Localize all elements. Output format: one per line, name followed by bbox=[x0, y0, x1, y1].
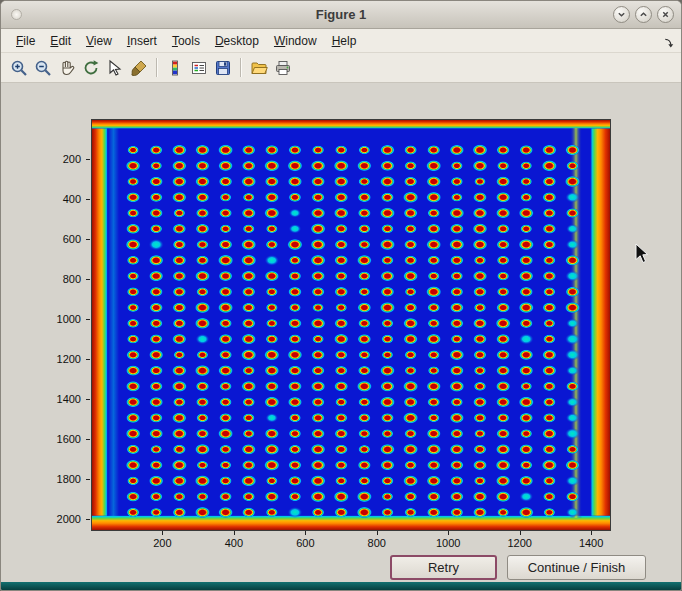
save-icon bbox=[214, 59, 232, 77]
x-tick-mark bbox=[234, 531, 235, 535]
menu-help[interactable]: Help bbox=[325, 31, 364, 51]
insert-colorbar-icon bbox=[166, 59, 184, 77]
y-tick-label: 2000 bbox=[39, 513, 81, 526]
menu-edit[interactable]: Edit bbox=[43, 31, 78, 51]
mouse-cursor-icon bbox=[635, 243, 650, 265]
heatmap-image[interactable] bbox=[91, 119, 611, 531]
minimize-button[interactable] bbox=[613, 6, 630, 23]
x-tick-label: 600 bbox=[283, 537, 327, 550]
chevron-up-icon bbox=[639, 10, 648, 19]
window-title: Figure 1 bbox=[1, 7, 681, 22]
brush-icon bbox=[130, 59, 148, 77]
zoom-in-button[interactable] bbox=[7, 56, 30, 80]
x-tick-label: 800 bbox=[355, 537, 399, 550]
zoom-in-icon bbox=[10, 59, 28, 77]
menu-view[interactable]: View bbox=[79, 31, 119, 51]
close-icon bbox=[661, 10, 670, 19]
brush-button[interactable] bbox=[127, 56, 150, 80]
x-tick-mark bbox=[520, 531, 521, 535]
y-tick-mark bbox=[86, 199, 90, 200]
y-tick-mark bbox=[86, 439, 90, 440]
open-folder-button[interactable] bbox=[247, 56, 270, 80]
print-icon bbox=[274, 59, 292, 77]
insert-legend-button[interactable] bbox=[187, 56, 210, 80]
close-button[interactable] bbox=[657, 6, 674, 23]
figure-content: 2004006008001000120014002004006008001000… bbox=[1, 83, 681, 582]
data-cursor-icon bbox=[106, 59, 124, 77]
y-tick-label: 200 bbox=[39, 153, 81, 166]
y-tick-label: 1000 bbox=[39, 313, 81, 326]
x-tick-mark bbox=[377, 531, 378, 535]
menu-window[interactable]: Window bbox=[267, 31, 324, 51]
retry-button[interactable]: Retry bbox=[390, 555, 497, 580]
x-tick-mark bbox=[591, 531, 592, 535]
toolbar-separator bbox=[156, 58, 157, 77]
menubar-overflow-icon[interactable] bbox=[663, 34, 674, 52]
y-tick-mark bbox=[86, 359, 90, 360]
titlebar[interactable]: Figure 1 bbox=[1, 1, 681, 29]
chevron-down-icon bbox=[617, 10, 626, 19]
menubar: FileEditViewInsertToolsDesktopWindowHelp bbox=[1, 29, 681, 53]
insert-colorbar-button[interactable] bbox=[163, 56, 186, 80]
y-tick-mark bbox=[86, 519, 90, 520]
x-tick-mark bbox=[305, 531, 306, 535]
rotate-3d-button[interactable] bbox=[79, 56, 102, 80]
continue-finish-button[interactable]: Continue / Finish bbox=[507, 555, 646, 580]
y-tick-label: 1800 bbox=[39, 473, 81, 486]
x-tick-label: 1000 bbox=[426, 537, 470, 550]
y-tick-mark bbox=[86, 399, 90, 400]
rotate-3d-icon bbox=[82, 59, 100, 77]
window-controls bbox=[613, 6, 674, 23]
y-tick-label: 800 bbox=[39, 273, 81, 286]
maximize-button[interactable] bbox=[635, 6, 652, 23]
menu-insert[interactable]: Insert bbox=[120, 31, 164, 51]
y-tick-mark bbox=[86, 319, 90, 320]
y-tick-mark bbox=[86, 479, 90, 480]
menu-tools[interactable]: Tools bbox=[165, 31, 207, 51]
y-tick-label: 1600 bbox=[39, 433, 81, 446]
y-tick-mark bbox=[86, 159, 90, 160]
x-tick-mark bbox=[448, 531, 449, 535]
x-tick-label: 200 bbox=[140, 537, 184, 550]
axes: 2004006008001000120014002004006008001000… bbox=[39, 119, 659, 589]
y-tick-mark bbox=[86, 279, 90, 280]
toolbar-separator bbox=[240, 58, 241, 77]
x-tick-label: 1400 bbox=[569, 537, 613, 550]
y-tick-label: 1400 bbox=[39, 393, 81, 406]
x-tick-label: 400 bbox=[212, 537, 256, 550]
menu-file[interactable]: File bbox=[9, 31, 42, 51]
figure-toolbar bbox=[1, 53, 681, 83]
x-tick-mark bbox=[162, 531, 163, 535]
pan-hand-icon bbox=[58, 59, 76, 77]
zoom-out-button[interactable] bbox=[31, 56, 54, 80]
figure-window: Figure 1 FileEditViewInsertToolsDesktopW… bbox=[0, 0, 682, 591]
zoom-out-icon bbox=[34, 59, 52, 77]
y-tick-mark bbox=[86, 239, 90, 240]
print-button[interactable] bbox=[271, 56, 294, 80]
save-button[interactable] bbox=[211, 56, 234, 80]
y-tick-label: 1200 bbox=[39, 353, 81, 366]
pan-hand-button[interactable] bbox=[55, 56, 78, 80]
data-cursor-button[interactable] bbox=[103, 56, 126, 80]
insert-legend-icon bbox=[190, 59, 208, 77]
open-folder-icon bbox=[250, 59, 268, 77]
y-tick-label: 600 bbox=[39, 233, 81, 246]
menu-desktop[interactable]: Desktop bbox=[208, 31, 266, 51]
y-tick-label: 400 bbox=[39, 193, 81, 206]
x-tick-label: 1200 bbox=[498, 537, 542, 550]
